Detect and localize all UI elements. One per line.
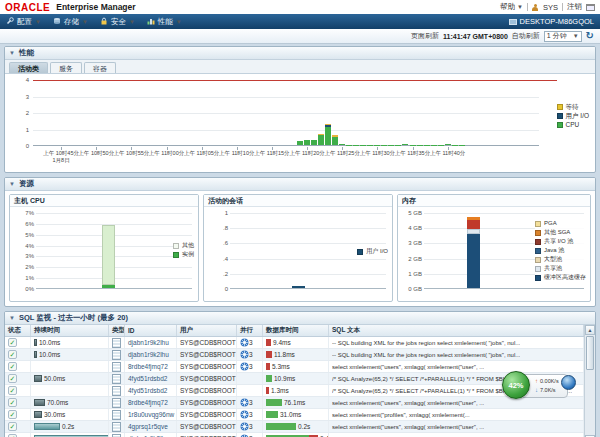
sql-id-link[interactable]: 8rdbe4fjmq72: [128, 399, 168, 406]
column-header[interactable]: 类型: [109, 325, 125, 336]
x-axis-label: 上午 11时40分: [430, 150, 465, 157]
chart-icon: [147, 17, 155, 27]
menu-item-storage[interactable]: 存储▼: [53, 17, 88, 27]
y-axis-tick: .2: [206, 271, 228, 277]
performance-section: ▼ 性能 活动类服务容器 01234上午 10时45分1月8日上午 10时50分…: [4, 46, 596, 173]
menu-item-performance[interactable]: 性能▼: [147, 17, 182, 27]
host-name: DESKTOP-M86GQOL: [520, 17, 594, 26]
db-time-bar: [266, 423, 296, 430]
sql-id-link[interactable]: 8rdbe4fjmq72: [128, 363, 168, 370]
browser-ball-icon[interactable]: [561, 375, 576, 390]
legend-swatch: [535, 230, 541, 236]
resources-section: ▼ 资源 主机 CPU7%6%5%4%3%2%1%0%其他实例 活动的会话1.8…: [4, 177, 596, 307]
scrollbar-thumb[interactable]: [586, 336, 594, 370]
help-menu[interactable]: 帮助 ▼: [500, 2, 523, 12]
user-name[interactable]: SYS: [543, 3, 558, 12]
sql-table-row[interactable]: ✓10.0msdjabn1r9k2lhuSYS@CDB$ROOT 39.4ms-…: [5, 337, 584, 349]
legend-label: 缓冲区高速缓存: [544, 273, 586, 282]
y-axis-tick: .6: [206, 240, 228, 246]
tab-services[interactable]: 服务: [50, 62, 82, 73]
id-cell: 4fyd51rdsbd2: [125, 385, 177, 396]
sql-type-icon: [112, 350, 121, 360]
scroll-up-icon[interactable]: ▲: [585, 325, 595, 335]
column-header[interactable]: 并行: [237, 325, 263, 336]
speed-ball-overlay[interactable]: ↑0.00K/s ↓7.0K/s 42%: [502, 371, 576, 401]
user-text: SYS@CDB$ROOT: [180, 387, 236, 394]
tab-activity[interactable]: 活动类: [9, 62, 48, 73]
sql-table-row[interactable]: ✓1.0sdjabn1r9k2lhuSYS@CDB$ROOT 30.4s-- S…: [5, 433, 584, 437]
db-time-bar: [266, 351, 272, 358]
refresh-icon[interactable]: ↻: [586, 31, 594, 41]
column-header[interactable]: 持续时间: [31, 325, 109, 336]
sql-table-row[interactable]: ✓8rdbe4fjmq72SYS@CDB$ROOT 35.3msselect x…: [5, 361, 584, 373]
sql-id-link[interactable]: 4fyd51rdsbd2: [128, 387, 167, 394]
parallel-count: 3: [249, 339, 253, 346]
help-label: 帮助: [500, 2, 515, 11]
legend-label: PGA: [544, 219, 557, 228]
legend-label: 等待: [566, 102, 579, 111]
column-header[interactable]: 数据库时间: [263, 325, 329, 336]
column-header[interactable]: SQL 文本: [329, 325, 584, 336]
sql-table-row[interactable]: ✓30.0ms1r8u0uvqg96nwSYS@CDB$ROOT 331.0ms…: [5, 409, 584, 421]
tab-containers[interactable]: 容器: [84, 62, 116, 73]
sql-id-link[interactable]: djabn1r9k2lhu: [128, 351, 169, 358]
table-scrollbar[interactable]: ▲ ▼: [584, 325, 595, 437]
db-time-text: 10.9ms: [274, 375, 295, 382]
y-axis-tick: 4: [5, 77, 29, 83]
y-axis-tick: 6%: [12, 221, 34, 227]
sql-id-link[interactable]: 4gprsq1r5qve: [128, 423, 168, 430]
legend-swatch: [557, 104, 563, 110]
collapse-icon[interactable]: ▼: [9, 181, 15, 187]
y-axis-tick: .8: [206, 225, 228, 231]
y-axis-tick: 2 GB: [400, 256, 422, 262]
legend-item: 共享池: [535, 264, 586, 273]
chevron-down-icon: ▼: [176, 19, 182, 25]
type-cell: [109, 361, 125, 372]
menu-item-configure[interactable]: 配置▼: [6, 17, 41, 27]
resources-section-header[interactable]: ▼ 资源: [5, 178, 595, 191]
sql-monitor-section-header[interactable]: ▼ SQL 监视 - 过去一小时 (最多 20): [5, 312, 595, 325]
legend-swatch: [173, 243, 179, 249]
sql-text-cell: -- SQL building XML for the jobs region …: [329, 337, 584, 348]
sql-text-cell: -- SQL building XML for the jobs region …: [329, 433, 584, 437]
y-axis-tick: 1%: [12, 275, 34, 281]
column-header[interactable]: ID: [125, 325, 177, 336]
activity-bar: [304, 140, 310, 145]
sql-table-row[interactable]: ✓4fyd51rdsbd2SYS@CDB$ROOT1.3ms/* SQL Ana…: [5, 385, 584, 397]
db-time-bar: [266, 411, 278, 418]
parallel-cell: 3: [237, 409, 263, 420]
collapse-icon[interactable]: ▼: [9, 315, 15, 321]
legend-item: PGA: [535, 219, 586, 228]
sql-id-link[interactable]: 1r8u0uvqg96nw: [128, 411, 174, 418]
column-header[interactable]: 用户: [177, 325, 237, 336]
db-time-cell: 0.2s: [263, 421, 329, 432]
menu-item-security[interactable]: 安全▼: [100, 17, 135, 27]
sql-table-row[interactable]: ✓10.0msdjabn1r9k2lhuSYS@CDB$ROOT 311.8ms…: [5, 349, 584, 361]
sql-text: -- SQL building XML for the jobs region …: [332, 340, 520, 346]
duration-cell: [31, 361, 109, 372]
db-time-bar: [266, 399, 282, 406]
collapse-icon[interactable]: ▼: [9, 50, 15, 56]
user-text: SYS@CDB$ROOT: [180, 411, 236, 418]
host-cpu-panel: 主机 CPU7%6%5%4%3%2%1%0%其他实例: [9, 194, 199, 302]
performance-section-header[interactable]: ▼ 性能: [5, 47, 595, 60]
sql-type-icon: [112, 434, 121, 437]
sql-id-link[interactable]: 4fyd51rdsbd2: [128, 375, 167, 382]
window-icon[interactable]: [586, 4, 595, 11]
sql-table-row[interactable]: ✓0.2s4gprsq1r5qveSYS@CDB$ROOT 30.2sselec…: [5, 421, 584, 433]
sql-id-link[interactable]: djabn1r9k2lhu: [128, 339, 169, 346]
sql-table-row[interactable]: ✓50.0ms4fyd51rdsbd2SYS@CDB$ROOT10.9ms/* …: [5, 373, 584, 385]
status-cell: ✓: [5, 385, 31, 396]
id-cell: 4gprsq1r5qve: [125, 421, 177, 432]
db-time-bar: [266, 363, 270, 370]
memory-percent-ball[interactable]: 42%: [502, 371, 530, 399]
active_sessions-bar: [292, 286, 305, 288]
db-time-cell: 31.0ms: [263, 409, 329, 420]
refresh-interval-select[interactable]: 1 分钟 ▼: [544, 31, 582, 42]
menu-item-label: 性能: [158, 17, 173, 27]
column-header[interactable]: 状态: [5, 325, 31, 336]
logout-link[interactable]: 注销: [567, 2, 582, 12]
sql-table-row[interactable]: ✓70.0ms8rdbe4fjmq72SYS@CDB$ROOT 376.1mss…: [5, 397, 584, 409]
resource-plot-area: [36, 213, 192, 289]
type-cell: [109, 421, 125, 432]
